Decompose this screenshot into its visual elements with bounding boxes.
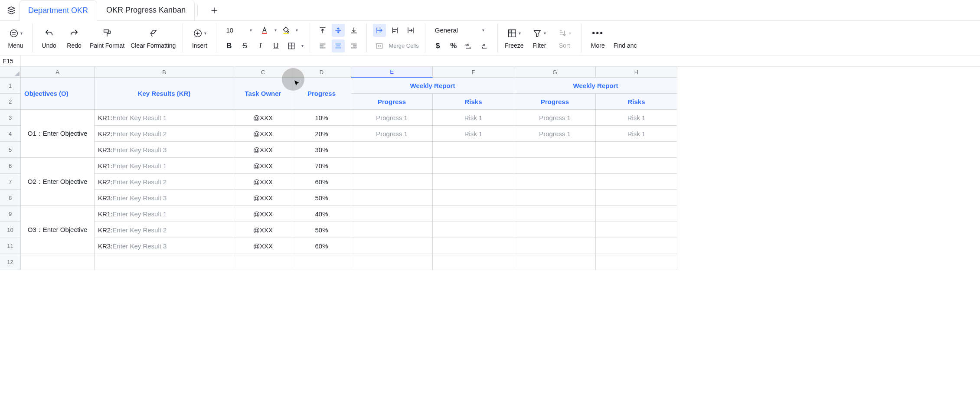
cell[interactable]: @XXX xyxy=(234,142,292,158)
cell[interactable] xyxy=(351,142,433,158)
cell[interactable] xyxy=(514,222,596,238)
halign-left-button[interactable] xyxy=(316,39,329,52)
font-size-select[interactable]: 10 ▾ xyxy=(222,24,255,37)
cell[interactable] xyxy=(514,158,596,174)
cell[interactable]: 50% xyxy=(292,222,351,238)
cell[interactable] xyxy=(514,254,596,270)
fill-color-button[interactable] xyxy=(279,24,292,37)
cell[interactable]: Key Results (KR) xyxy=(95,78,234,110)
cell[interactable]: KR2: Enter Key Result 2 xyxy=(95,126,234,142)
tab-okr-progress-kanban[interactable]: OKR Progress Kanban xyxy=(97,0,195,20)
add-tab-button[interactable] xyxy=(206,7,223,14)
paint-format-button[interactable]: Paint Format xyxy=(89,26,125,51)
cell[interactable]: 30% xyxy=(292,142,351,158)
cell[interactable]: 50% xyxy=(292,190,351,206)
cell[interactable]: Progress xyxy=(292,78,351,110)
chevron-down-icon[interactable]: ▾ xyxy=(274,28,277,33)
cell[interactable]: Progress xyxy=(514,94,596,110)
cell[interactable] xyxy=(433,206,514,222)
cell[interactable]: Weekly Report xyxy=(351,78,514,94)
cell[interactable]: 10% xyxy=(292,110,351,126)
text-color-button[interactable] xyxy=(258,24,271,37)
wrap-overflow-button[interactable] xyxy=(373,24,386,37)
decrease-decimal-button[interactable]: .0 xyxy=(478,39,491,52)
halign-center-button[interactable] xyxy=(332,39,345,52)
cell[interactable]: @XXX xyxy=(234,206,292,222)
cell[interactable] xyxy=(514,142,596,158)
app-logo-icon[interactable] xyxy=(3,6,19,15)
cell[interactable]: @XXX xyxy=(234,190,292,206)
valign-middle-button[interactable] xyxy=(332,24,345,37)
underline-button[interactable]: U xyxy=(269,39,282,52)
cell[interactable]: O3：Enter Objective xyxy=(21,206,95,254)
cell[interactable] xyxy=(596,142,677,158)
cell[interactable] xyxy=(234,254,292,270)
cell[interactable]: Task Owner xyxy=(234,78,292,110)
currency-button[interactable]: $ xyxy=(431,39,444,52)
row-header-7[interactable]: 7 xyxy=(0,174,21,190)
cell[interactable] xyxy=(596,238,677,254)
cell[interactable]: @XXX xyxy=(234,158,292,174)
cells-area[interactable]: Objectives (O)Key Results (KR)Task Owner… xyxy=(21,78,677,270)
cell[interactable]: 40% xyxy=(292,206,351,222)
cell[interactable] xyxy=(433,142,514,158)
undo-button[interactable]: Undo xyxy=(39,26,59,51)
menu-button[interactable]: ▾ Menu xyxy=(5,26,26,51)
cell[interactable]: 20% xyxy=(292,126,351,142)
percent-button[interactable]: % xyxy=(447,39,460,52)
valign-bottom-button[interactable] xyxy=(347,24,360,37)
tab-department-okr[interactable]: Department OKR xyxy=(19,0,97,21)
row-header-5[interactable]: 5 xyxy=(0,142,21,158)
wrap-clip-button[interactable] xyxy=(404,24,417,37)
cell[interactable]: Progress 1 xyxy=(351,126,433,142)
row-header-8[interactable]: 8 xyxy=(0,190,21,206)
cell[interactable] xyxy=(596,174,677,190)
chevron-down-icon[interactable]: ▾ xyxy=(301,43,304,48)
cell[interactable] xyxy=(433,190,514,206)
cell[interactable] xyxy=(596,254,677,270)
col-header-C[interactable]: C xyxy=(234,67,292,78)
select-all-corner[interactable] xyxy=(0,67,21,78)
cell[interactable]: Risks xyxy=(596,94,677,110)
find-and-button[interactable]: Find anc xyxy=(613,26,638,51)
cell[interactable]: Risk 1 xyxy=(433,126,514,142)
cell[interactable]: Objectives (O) xyxy=(21,78,95,110)
cell[interactable] xyxy=(351,190,433,206)
row-header-3[interactable]: 3 xyxy=(0,110,21,126)
cell[interactable] xyxy=(433,254,514,270)
cell[interactable]: @XXX xyxy=(234,238,292,254)
cell[interactable]: @XXX xyxy=(234,126,292,142)
cell[interactable]: KR3: Enter Key Result 3 xyxy=(95,190,234,206)
cell[interactable]: KR3: Enter Key Result 3 xyxy=(95,142,234,158)
chevron-down-icon[interactable]: ▾ xyxy=(296,28,298,33)
cell[interactable]: KR2: Enter Key Result 2 xyxy=(95,222,234,238)
cell[interactable] xyxy=(95,254,234,270)
col-header-G[interactable]: G xyxy=(514,67,596,78)
cell[interactable]: KR2: Enter Key Result 2 xyxy=(95,174,234,190)
cell[interactable]: Progress 1 xyxy=(514,126,596,142)
cell[interactable] xyxy=(351,254,433,270)
cell[interactable]: 70% xyxy=(292,158,351,174)
row-header-10[interactable]: 10 xyxy=(0,222,21,238)
cell[interactable]: Progress 1 xyxy=(351,110,433,126)
wrap-wrap-button[interactable] xyxy=(389,24,402,37)
cell[interactable] xyxy=(514,190,596,206)
cell[interactable]: Risk 1 xyxy=(433,110,514,126)
col-header-B[interactable]: B xyxy=(95,67,234,78)
cell[interactable]: O2：Enter Objective xyxy=(21,158,95,206)
cell[interactable]: Weekly Report xyxy=(514,78,677,94)
cell[interactable] xyxy=(433,174,514,190)
row-header-9[interactable]: 9 xyxy=(0,206,21,222)
name-box[interactable]: E15 xyxy=(0,55,21,66)
cell[interactable]: @XXX xyxy=(234,110,292,126)
increase-decimal-button[interactable]: .00 xyxy=(463,39,476,52)
cell[interactable] xyxy=(433,222,514,238)
filter-button[interactable]: ▾ Filter xyxy=(529,26,550,51)
cell[interactable]: O1：Enter Objective xyxy=(21,110,95,158)
cell[interactable] xyxy=(596,158,677,174)
cell[interactable]: 60% xyxy=(292,238,351,254)
row-header-12[interactable]: 12 xyxy=(0,254,21,270)
col-header-A[interactable]: A xyxy=(21,67,95,78)
cell[interactable] xyxy=(433,158,514,174)
cell[interactable]: Progress xyxy=(351,94,433,110)
